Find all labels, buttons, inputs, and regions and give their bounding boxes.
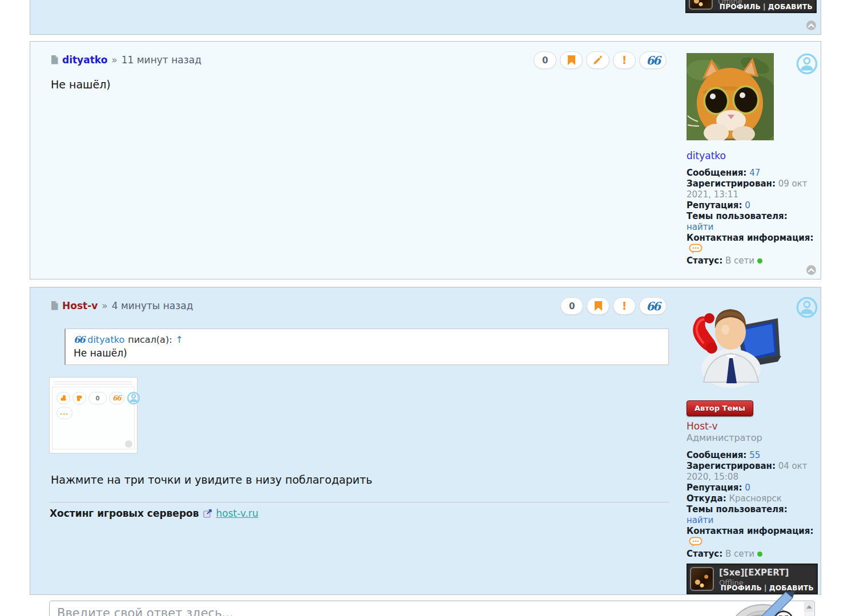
profile-stats: Сообщения: 47 Зарегистрирован: 09 окт 20… — [687, 168, 819, 266]
reaction-count: 0 — [542, 55, 548, 66]
post-body: Не нашёл) — [51, 78, 111, 91]
post-actions: 0 ! 66 — [560, 297, 667, 315]
stat-value-link[interactable]: найти — [687, 515, 819, 526]
profile-person-icon[interactable] — [796, 53, 818, 75]
avatar-dityatko[interactable] — [687, 53, 774, 143]
stat-label: Сообщения: — [687, 168, 746, 178]
thumb-line — [54, 382, 132, 382]
quoted-text: Не нашёл) — [74, 347, 660, 359]
stat-row: Репутация: 0 — [687, 200, 819, 211]
stat-label: Темы пользователя: — [687, 211, 788, 221]
quoted-author-link[interactable]: dityatko — [87, 334, 124, 345]
stat-label: Контактная информация: — [687, 233, 813, 243]
stat-label: Статус: — [687, 256, 722, 266]
stat-value-link[interactable]: 47 — [749, 168, 760, 178]
quote-button[interactable]: 66 — [639, 297, 667, 315]
user-game-banner[interactable]: Offline ПРОФИЛЬ|ДОБАВИТЬ — [685, 0, 817, 13]
thumb-screenshot: 0 66 ... — [52, 387, 135, 449]
thumb-quote-icon: 66 — [109, 392, 124, 404]
stat-value-link[interactable]: 0 — [745, 483, 750, 493]
post-header: Host-v » 4 минуты назад — [51, 300, 193, 311]
stat-label: Темы пользователя: — [687, 504, 788, 514]
post-page-icon[interactable] — [51, 55, 58, 64]
stat-label: Сообщения: — [687, 450, 746, 460]
sidebar-username[interactable]: dityatko — [687, 150, 726, 161]
stat-label: Репутация: — [687, 483, 742, 493]
game-thumbnail — [690, 567, 714, 591]
quote-button[interactable]: 66 — [639, 51, 667, 69]
quote-icon: 66 — [646, 55, 660, 66]
signature: Хостинг игровых серверов host-v.ru — [50, 508, 259, 519]
online-status-dot — [757, 258, 762, 264]
banner-links: ПРОФИЛЬ|ДОБАВИТЬ — [720, 3, 813, 11]
cat-avatar-image — [687, 53, 774, 140]
post-page-icon[interactable] — [51, 301, 58, 310]
contact-message-icon[interactable] — [689, 537, 702, 548]
stat-label: Зарегистрирован: — [687, 179, 776, 189]
banner-links-separator: | — [763, 3, 766, 11]
contact-message-icon[interactable] — [689, 244, 702, 254]
post-author-link[interactable]: dityatko — [62, 54, 107, 66]
reaction-count-pill[interactable]: 0 — [560, 297, 583, 315]
quote-suffix: писал(а): — [128, 334, 172, 345]
topic-author-badge: Автор Темы — [687, 400, 753, 416]
scroll-top-button[interactable] — [806, 265, 816, 275]
stat-label: Статус: — [687, 549, 722, 559]
stat-row: Статус: В сети — [687, 549, 819, 560]
stat-row: Сообщения: 47 — [687, 168, 819, 179]
banner-title: [Sxe][EXPERT] — [719, 568, 789, 578]
bookmark-button[interactable] — [587, 297, 609, 315]
signature-text: Хостинг игровых серверов — [50, 508, 199, 519]
thumb-dots-glyph: ... — [60, 412, 69, 414]
report-icon: ! — [622, 55, 627, 66]
sidebar-username[interactable]: Host-v — [687, 420, 717, 432]
post-header: dityatko » 11 минут назад — [51, 54, 201, 66]
person-icon — [796, 297, 818, 318]
stat-row: Контактная информация: — [687, 233, 819, 256]
post-time: 4 минуты назад — [112, 300, 193, 311]
stat-value-link[interactable]: 55 — [749, 450, 760, 460]
bookmark-icon — [594, 301, 603, 311]
author-separator: » — [111, 54, 117, 66]
post-author-link[interactable]: Host-v — [62, 300, 98, 311]
thumb-quote-glyph: 66 — [112, 394, 121, 402]
scroll-top-button[interactable] — [806, 21, 816, 30]
report-button[interactable]: ! — [613, 297, 636, 315]
reply-input[interactable] — [50, 601, 814, 616]
pencil-icon — [593, 55, 603, 65]
stat-value-link[interactable]: 0 — [745, 200, 750, 210]
stat-value-link[interactable]: найти — [687, 222, 819, 233]
attachment-thumbnail[interactable]: 0 66 ... — [49, 377, 138, 453]
thumb-count-pill: 0 — [88, 392, 107, 404]
stat-row: Темы пользователя: найти — [687, 504, 819, 526]
thumb-scroll-icon — [125, 440, 132, 448]
previous-post-box: Offline ПРОФИЛЬ|ДОБАВИТЬ — [30, 0, 821, 35]
support-man-avatar-image — [687, 297, 782, 388]
stat-label: Репутация: — [687, 200, 742, 210]
thumb-more-row: ... — [56, 407, 72, 419]
thumb-icon-row: 0 66 — [56, 391, 140, 405]
thumb-like-icon — [56, 392, 70, 404]
thumb-dislike-icon — [72, 392, 86, 404]
external-link-icon — [203, 509, 212, 518]
chevron-up-icon — [808, 23, 814, 27]
quote-jump-arrow[interactable]: ↑ — [176, 334, 183, 345]
banner-profile-link[interactable]: ПРОФИЛЬ — [720, 3, 761, 11]
reaction-count-pill[interactable]: 0 — [534, 51, 556, 69]
reply-editor — [49, 601, 815, 616]
post-body: Нажмите на три точки и увидите в низу по… — [51, 473, 372, 486]
stat-row: Темы пользователя: найти — [687, 211, 819, 233]
edit-button[interactable] — [586, 51, 609, 69]
stat-row: Зарегистрирован: 09 окт 2021, 13:11 — [687, 179, 819, 200]
profile-person-icon[interactable] — [796, 297, 818, 318]
stat-row: Контактная информация: — [687, 526, 819, 549]
user-rank: Администратор — [687, 432, 762, 443]
signature-link[interactable]: host-v.ru — [216, 508, 259, 519]
online-status-dot — [757, 552, 762, 557]
quote-icon: 66 — [646, 301, 660, 312]
bookmark-button[interactable] — [560, 51, 583, 69]
globe-pen-graphic — [731, 585, 806, 616]
report-button[interactable]: ! — [613, 51, 636, 69]
banner-add-link[interactable]: ДОБАВИТЬ — [768, 3, 813, 11]
avatar-host-v[interactable] — [687, 297, 782, 390]
